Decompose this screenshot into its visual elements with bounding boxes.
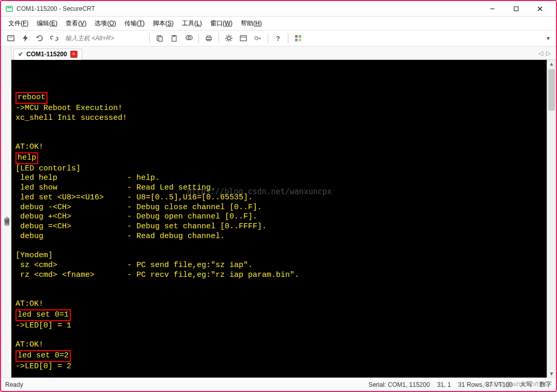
tab-nav: ◁ ▷ — [538, 50, 554, 57]
status-num: 数字 — [539, 380, 552, 389]
terminal-line: debug =<CH> - Debug set channel [0..FFFF… — [16, 222, 543, 232]
connect-icon[interactable] — [4, 32, 18, 44]
svg-rect-1 — [7, 7, 11, 8]
terminal-highlighted-cmd: help — [16, 152, 38, 164]
terminal-line: [LED contorls] — [16, 164, 543, 174]
status-serial: Serial: COM1, 115200 — [368, 381, 430, 388]
terminal-line: AT:OK! — [16, 143, 543, 152]
key-icon[interactable] — [251, 32, 265, 44]
svg-rect-13 — [173, 35, 175, 37]
terminal-line — [16, 331, 543, 340]
terminal-line: led set 0=2 — [16, 350, 543, 362]
svg-point-30 — [255, 37, 258, 40]
toolbar-separator — [198, 33, 199, 43]
toolbar-separator — [149, 33, 150, 43]
refresh-icon[interactable] — [33, 32, 47, 44]
scroll-thumb[interactable] — [548, 69, 555, 111]
scrollbar[interactable]: ▲ ▼ — [547, 60, 556, 378]
toolbar-overflow[interactable]: ▾ — [544, 35, 553, 42]
terminal-line: rz <cmd> <fname> - PC recv file,eg:"rz i… — [16, 271, 543, 280]
menu-item-2[interactable]: 查看(V) — [61, 18, 90, 29]
svg-text:?: ? — [276, 35, 280, 42]
terminal-line: help — [16, 152, 543, 164]
svg-rect-36 — [295, 39, 298, 41]
menu-item-4[interactable]: 传输(T) — [120, 18, 149, 29]
svg-rect-28 — [240, 36, 246, 41]
svg-rect-11 — [159, 37, 162, 41]
menu-item-5[interactable]: 脚本(S) — [149, 18, 178, 29]
scroll-up-icon[interactable]: ▲ — [547, 61, 556, 67]
menu-item-6[interactable]: 工具(L) — [178, 18, 206, 29]
status-cursor: 31, 1 — [437, 381, 451, 388]
session-manager-tab[interactable]: 会话管理器 — [1, 46, 11, 378]
terminal-line: ->LED[0] = 1 — [16, 321, 543, 331]
tabstrip: ✔ COM1-115200 × ◁ ▷ — [11, 46, 556, 60]
terminal-line — [16, 290, 543, 300]
copy-icon[interactable] — [153, 32, 166, 44]
tab-prev-icon[interactable]: ◁ — [538, 50, 543, 57]
window-title: COM1-115200 - SecureCRT — [17, 5, 481, 12]
terminal-highlighted-cmd: led set 0=1 — [16, 309, 71, 321]
svg-rect-17 — [207, 36, 210, 37]
terminal-line: ->MCU Reboot Execution! — [16, 104, 543, 114]
paste-icon[interactable] — [167, 32, 181, 44]
session-tab[interactable]: ✔ COM1-115200 × — [13, 49, 82, 60]
maximize-button[interactable] — [504, 1, 528, 17]
grid-icon[interactable] — [291, 32, 305, 44]
svg-rect-34 — [295, 35, 298, 38]
svg-rect-37 — [299, 39, 301, 41]
menu-item-1[interactable]: 编辑(E) — [33, 18, 61, 29]
close-button[interactable] — [528, 1, 552, 17]
menu-item-3[interactable]: 选项(O) — [90, 18, 120, 29]
gear-icon[interactable] — [222, 32, 236, 44]
workarea: 会话管理器 ✔ COM1-115200 × ◁ ▷ reboot->MCU Re… — [1, 46, 556, 378]
host-input[interactable] — [62, 33, 146, 44]
app-icon — [5, 5, 13, 13]
tab-next-icon[interactable]: ▷ — [546, 50, 551, 57]
svg-rect-35 — [299, 35, 301, 38]
find-icon[interactable] — [182, 32, 195, 44]
terminal-line: debug -<CH> - Debug close channel [0..F]… — [16, 203, 543, 213]
terminal-line — [16, 133, 543, 143]
svg-point-19 — [227, 37, 230, 40]
tab-close-icon[interactable]: × — [70, 51, 78, 58]
menu-item-7[interactable]: 窗口(W) — [206, 18, 237, 29]
terminal[interactable]: reboot->MCU Reboot Execution!xc_shell In… — [11, 60, 547, 378]
terminal-line: xc_shell Init successed! — [16, 114, 543, 123]
terminal-line: led set 0=1 — [16, 309, 543, 321]
toolbar-separator — [288, 33, 288, 43]
window-icon[interactable] — [237, 32, 250, 44]
toolbar: ? ▾ — [1, 30, 556, 46]
svg-marker-8 — [23, 35, 28, 42]
link-icon[interactable] — [48, 32, 61, 44]
toolbar-separator — [219, 33, 219, 43]
terminal-line — [16, 242, 543, 252]
terminal-line — [16, 123, 543, 133]
terminal-highlighted-cmd: led set 0=2 — [16, 350, 71, 362]
print-icon[interactable] — [202, 32, 215, 44]
bolt-icon[interactable] — [19, 32, 32, 44]
menu-item-8[interactable]: 帮助(H) — [237, 18, 266, 29]
terminal-wrap: reboot->MCU Reboot Execution!xc_shell In… — [11, 60, 556, 378]
terminal-line: ->LED[0] = 2 — [16, 362, 543, 372]
main-column: ✔ COM1-115200 × ◁ ▷ reboot->MCU Reboot E… — [11, 46, 556, 378]
menu-item-0[interactable]: 文件(F) — [4, 18, 33, 29]
status-ready: Ready — [5, 381, 23, 388]
minimize-button[interactable] — [481, 1, 504, 17]
terminal-highlighted-cmd: reboot — [16, 92, 48, 104]
terminal-line: AT:OK! — [16, 300, 543, 309]
terminal-line — [16, 371, 543, 378]
svg-line-25 — [230, 40, 231, 41]
status-size: 31 Rows, 87 VT100 — [458, 381, 513, 388]
statusbar: Ready Serial: COM1, 115200 31, 1 31 Rows… — [1, 378, 556, 391]
terminal-line: led show - Read Led setting. — [16, 183, 543, 193]
help-icon[interactable]: ? — [271, 32, 285, 44]
svg-rect-6 — [8, 36, 14, 41]
scroll-down-icon[interactable]: ▼ — [547, 371, 556, 377]
svg-line-26 — [226, 40, 227, 41]
menubar: 文件(F)编辑(E)查看(V)选项(O)传输(T)脚本(S)工具(L)窗口(W)… — [1, 17, 556, 30]
status-caps: 大写 — [520, 380, 532, 389]
status-check-icon: ✔ — [18, 51, 23, 58]
window-controls — [481, 1, 552, 17]
terminal-line: AT:OK! — [16, 340, 543, 350]
